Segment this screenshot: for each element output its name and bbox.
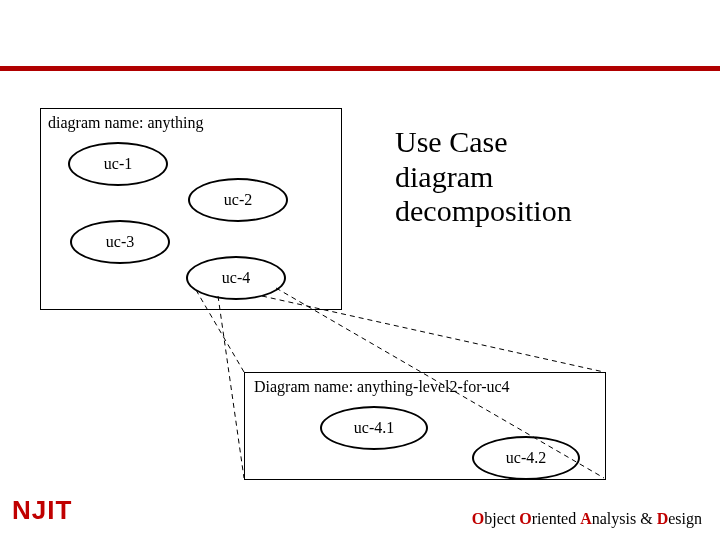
title-line-3: decomposition <box>395 194 572 227</box>
footer-o2: O <box>519 510 531 527</box>
use-case-uc4-2: uc-4.2 <box>472 436 580 480</box>
footer-d: D <box>657 510 669 527</box>
footer-t4: esign <box>668 510 702 527</box>
footer-o1: O <box>472 510 484 527</box>
uc3-label: uc-3 <box>106 233 134 251</box>
use-case-uc4: uc-4 <box>186 256 286 300</box>
footer-a: A <box>580 510 592 527</box>
use-case-uc4-1: uc-4.1 <box>320 406 428 450</box>
uc1-label: uc-1 <box>104 155 132 173</box>
bottom-box-label: Diagram name: anything-level2-for-uc4 <box>254 378 510 396</box>
uc2-label: uc-2 <box>224 191 252 209</box>
footer-text: Object Oriented Analysis & Design <box>472 510 702 528</box>
use-case-uc1: uc-1 <box>68 142 168 186</box>
footer-t2: riented <box>532 510 580 527</box>
footer-t1: bject <box>484 510 519 527</box>
use-case-uc3: uc-3 <box>70 220 170 264</box>
top-box-label: diagram name: anything <box>48 114 204 132</box>
uc41-label: uc-4.1 <box>354 419 394 437</box>
slide-title: Use Case diagram decomposition <box>395 125 572 229</box>
title-line-1: Use Case <box>395 125 507 158</box>
title-line-2: diagram <box>395 160 493 193</box>
uc4-label: uc-4 <box>222 269 250 287</box>
footer-t3: nalysis & <box>592 510 657 527</box>
njit-logo: NJIT <box>12 495 72 526</box>
accent-bar <box>0 66 720 71</box>
use-case-uc2: uc-2 <box>188 178 288 222</box>
svg-line-1 <box>218 296 244 478</box>
uc42-label: uc-4.2 <box>506 449 546 467</box>
